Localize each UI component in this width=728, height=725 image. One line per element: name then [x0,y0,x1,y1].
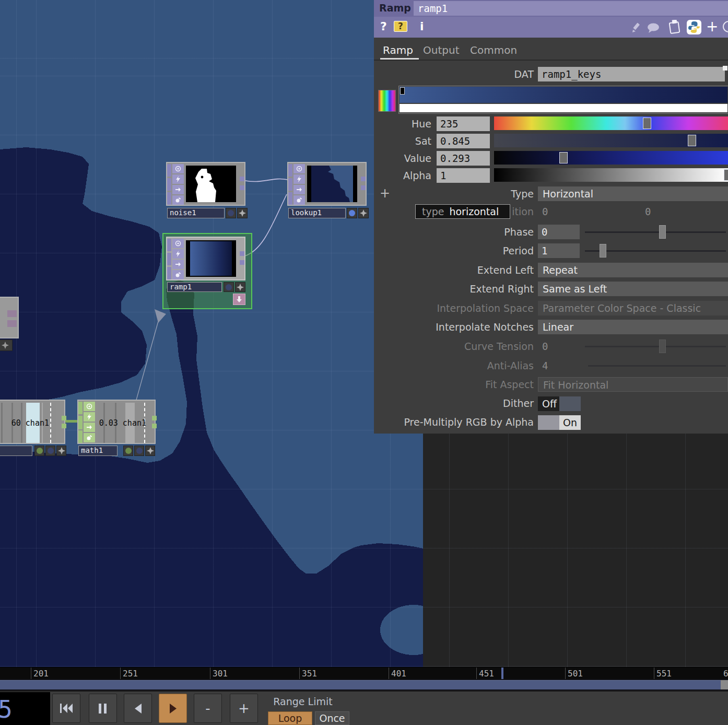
node-name-label[interactable]: noise1 [167,208,225,218]
phase-field[interactable]: 0 [538,225,580,239]
value-field[interactable]: 0.293 [437,151,490,166]
python-icon[interactable] [687,20,701,34]
node-comment-button[interactable] [237,208,248,218]
tto1-output[interactable] [62,416,66,420]
viewer-flag-icon[interactable] [172,239,184,248]
node-name-label[interactable]: tto1 [0,446,32,456]
tab-ramp[interactable]: Ramp [383,44,413,56]
node-noise1[interactable]: noise1 [166,162,257,219]
ramp1-output[interactable] [240,251,244,256]
ramp1-output2[interactable] [240,260,244,265]
phase-slider-track[interactable] [585,231,726,233]
value-slider-handle[interactable] [559,152,568,163]
ramp-editor[interactable] [398,86,728,114]
period-slider-handle[interactable] [600,244,606,258]
ramp-alpha-bar[interactable] [400,104,727,112]
value-slider[interactable] [494,151,728,165]
play-reverse-button[interactable] [124,694,152,723]
export-indicator[interactable] [123,446,133,456]
hue-field[interactable]: 235 [437,116,490,131]
interp-notches-dropdown[interactable]: Linear [538,320,728,334]
extend-left-dropdown[interactable]: Repeat [538,263,728,277]
math1-output[interactable] [152,416,157,420]
node-comment-button[interactable] [235,282,245,292]
interp-space-dropdown[interactable]: Parameter Color Space - Classic [538,301,728,315]
node-input-column[interactable] [167,163,171,205]
tab-common[interactable]: Common [470,44,517,56]
node-name-label[interactable]: ramp1 [167,282,222,292]
export-indicator[interactable] [34,446,44,456]
cook-flag-icon[interactable] [172,195,184,205]
noise1-output[interactable] [240,177,244,181]
viewer-flag-icon[interactable] [172,164,184,173]
timeline-playhead[interactable] [501,668,503,680]
loop-button[interactable]: Loop [268,711,312,725]
increment-frame-button[interactable]: + [230,694,258,723]
hue-slider[interactable] [494,116,728,130]
node-tto1[interactable]: 60 chan1 tto1 [0,400,68,457]
once-button[interactable]: Once [315,711,349,725]
export-flag-icon[interactable] [84,423,95,432]
type-dropdown[interactable]: Horizontal [538,186,728,201]
dither-toggle[interactable]: Off [538,396,581,411]
scrollbar-thumb[interactable] [0,680,721,689]
cook-flag-icon[interactable] [293,195,305,205]
fit-aspect-dropdown[interactable]: Fit Horizontal [538,377,728,392]
lock-flag-icon[interactable] [172,185,184,194]
bypass-flag-icon[interactable] [84,412,95,422]
panel-expand-widget[interactable] [723,66,727,71]
info-button[interactable]: i [420,20,424,33]
sat-slider-handle[interactable] [688,135,696,146]
bypass-flag-icon[interactable] [172,174,184,184]
ramp-gradient-bar[interactable] [400,87,727,103]
alpha-slider-handle[interactable] [724,169,728,181]
viewer-flag-icon[interactable] [293,164,305,173]
lock-flag-icon[interactable] [172,260,184,269]
anti-alias-slider-track[interactable] [588,365,726,367]
alpha-slider[interactable] [494,168,728,182]
comment-bubble-icon[interactable] [647,23,660,36]
viewer-toggle-button[interactable] [347,208,357,218]
timeline-ruler[interactable]: 201 251 301 351 401 451 501 551 6 [0,667,728,679]
clipboard-icon[interactable] [668,20,681,37]
math1-output2[interactable] [152,424,157,428]
tab-output[interactable]: Output [423,44,459,56]
node-comment-button[interactable] [145,446,155,456]
ramp-key-marker[interactable] [400,87,405,95]
period-field[interactable]: 1 [538,243,580,258]
add-parameter-page-button[interactable]: + [706,18,718,35]
bypass-flag-icon[interactable] [172,249,184,259]
hue-slider-handle[interactable] [643,118,651,129]
node-comment-button[interactable] [0,340,13,351]
phase-slider-handle[interactable] [659,225,666,239]
bypass-flag-icon[interactable] [293,174,305,184]
context-help-button[interactable]: ? [394,21,407,32]
alpha-field[interactable]: 1 [437,168,490,183]
node-comment-button[interactable] [56,446,66,456]
cook-flag-icon[interactable] [84,433,95,442]
node-comment-button[interactable] [358,208,369,218]
expose-parameters-button[interactable] [233,294,245,305]
viewer-toggle-button[interactable] [226,208,236,218]
edit-comment-icon[interactable] [631,22,642,36]
viewer-toggle-button[interactable] [134,446,144,456]
lookup1-output2[interactable] [361,185,366,190]
node-edge-sliver[interactable] [0,297,20,351]
node-math1[interactable]: 0.03 chan1 math1 [77,400,158,457]
viewer-toggle-button[interactable] [224,282,234,292]
lock-flag-icon[interactable] [293,185,305,194]
cook-flag-icon[interactable] [172,270,184,279]
panel-title-bar[interactable]: Ramp ramp1 [374,0,728,17]
node-lookup1[interactable]: lookup1 [287,162,378,219]
viewer-flag-icon[interactable] [84,402,95,411]
node-ramp1-selected[interactable]: ramp1 [162,233,252,309]
sat-slider[interactable] [494,134,728,147]
scrollbar-end-cap[interactable] [721,680,728,689]
sat-field[interactable]: 0.845 [437,134,490,148]
ramp-palette-swatch[interactable] [378,90,396,112]
pause-button[interactable] [89,694,117,723]
node-name-label[interactable]: math1 [78,446,118,456]
language-toggle-icon[interactable] [723,21,728,32]
curve-tension-slider-handle[interactable] [659,340,666,353]
tto1-output2[interactable] [62,424,66,428]
